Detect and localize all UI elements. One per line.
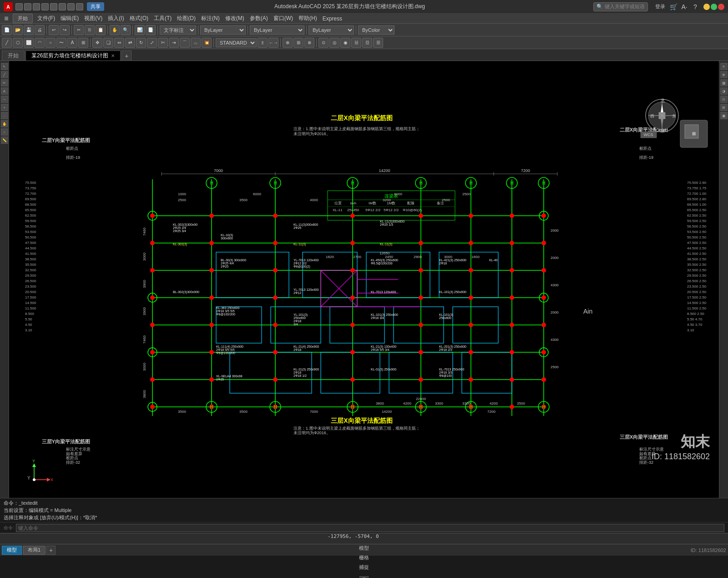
toolbar-mini-btn[interactable] [50,3,57,10]
draw-hatch[interactable]: ⊞ [78,38,88,48]
toolbar-mini-btn[interactable] [76,3,83,10]
tool-dim[interactable]: ↔ [1,96,8,103]
tool-measure[interactable]: 📏 [1,137,8,144]
pan-button[interactable]: ✋ [110,25,120,35]
misc-btn5[interactable]: ☲ [362,38,372,48]
tool-orbit[interactable]: ○ [1,128,8,136]
login-button[interactable]: 登录 [652,2,669,11]
tool-zoom-in[interactable]: + [1,104,8,111]
status-indicator-1[interactable]: ⊞ [359,576,369,578]
menu-item-edit[interactable]: 编辑(E) [58,14,81,23]
redo-button[interactable]: ↪ [60,25,70,35]
linetype-dropdown[interactable]: ByLayer [250,25,304,35]
properties-button[interactable]: 📊 [135,25,145,35]
maximize-button[interactable] [711,4,717,10]
layers-button[interactable]: 📑 [146,25,156,35]
menu-item-modify[interactable]: 修改(M) [222,14,247,23]
add-layout-button[interactable]: + [46,546,56,555]
canvas-area[interactable]: www.znzmo.com 知天网www.znzmo.com 知天网www.zn… [9,61,719,498]
model-label[interactable]: 模型 [357,545,371,552]
toolbar-mini-btn[interactable] [33,3,40,10]
open-button[interactable]: 📂 [13,25,23,35]
right-tool-1[interactable]: ≡ [720,63,728,70]
menu-item-format[interactable]: 格式(O) [127,14,151,23]
model-tab-model[interactable]: 模型 [2,546,22,555]
right-tool-3[interactable]: ▦ [720,79,728,86]
snap-btn[interactable]: ⊕ [283,38,293,48]
grid-label[interactable]: 栅格 [357,554,371,561]
annotation-btn2[interactable]: ←→ [268,38,278,48]
undo-button[interactable]: ↩ [49,25,59,35]
toolbar-mini-btn[interactable] [67,3,75,10]
new-button[interactable]: 📄 [2,25,12,35]
menu-item-param[interactable]: 参数(A) [247,14,271,23]
modify-rotate[interactable]: ↻ [136,38,146,48]
right-tool-2[interactable]: ⊕ [720,71,728,78]
right-tool-6[interactable]: ⊞ [720,104,728,111]
misc-btn4[interactable]: ☱ [351,38,361,48]
tab-start[interactable]: 开始 [2,51,25,61]
share-button[interactable]: 共享 [87,2,104,11]
search-box[interactable]: 🔍 键入关键字或短语 [593,2,648,11]
modify-move[interactable]: ✥ [92,38,102,48]
misc-btn1[interactable]: ⊙ [318,38,329,48]
copy-button[interactable]: ⎘ [85,25,95,35]
cart-icon[interactable]: 🛒 [669,2,678,11]
modify-offset[interactable]: ⇄ [125,38,135,48]
menu-item-draw[interactable]: 绘图(D) [174,14,198,23]
menu-item-view[interactable]: 视图(V) [81,14,105,23]
menu-item-file[interactable]: 文件(F) [35,14,58,23]
settings-icon[interactable]: A· [680,2,689,11]
menu-item-help[interactable]: 帮助(H) [296,14,320,23]
menu-item-tools[interactable]: 工具(T) [151,14,174,23]
snap-label[interactable]: 捕捉 [357,564,371,571]
help-icon[interactable]: ? [691,2,700,11]
menu-item-insert[interactable]: 插入(I) [105,14,126,23]
paste-button[interactable]: 📋 [96,25,106,35]
otrack-btn[interactable]: ⊗ [304,38,314,48]
right-tool-5[interactable]: ⊙ [720,96,728,103]
misc-btn6[interactable]: ☰ [373,38,383,48]
text-style-dropdown[interactable]: 文字标注 [160,25,196,35]
menu-hamburger[interactable]: ≡ [2,14,11,23]
close-button[interactable] [718,4,724,10]
tab-add[interactable]: + [121,51,131,61]
modify-copy[interactable]: ❏ [103,38,113,48]
modify-mirror[interactable]: ⇔ [114,38,124,48]
toolbar-mini-btn[interactable] [15,3,23,10]
misc-btn3[interactable]: ◉ [340,38,350,48]
zoom-button[interactable]: 🔍 [121,25,131,35]
tab-close[interactable]: ✕ [111,53,115,58]
print-button[interactable]: 🖨 [35,25,45,35]
style-dropdown[interactable]: STANDARD [216,38,257,47]
tool-draw[interactable]: ✏ [1,79,8,86]
layer-dropdown[interactable]: ByLayer [200,25,246,35]
draw-text[interactable]: A [67,38,77,48]
misc-btn2[interactable]: ◎ [329,38,339,48]
modify-fillet[interactable]: ⌒ [180,38,190,48]
color-dropdown[interactable]: ByColor [358,25,394,35]
modify-explode[interactable]: 💥 [202,38,212,48]
tool-pan[interactable]: ✋ [1,120,8,127]
right-tool-7[interactable]: ▣ [720,112,728,119]
osnap-btn[interactable]: ⊞ [293,38,303,48]
toolbar-mini-btn[interactable] [41,3,49,10]
tool-text[interactable]: A [1,87,8,95]
model-tab-layout1[interactable]: 布局1 [23,546,46,555]
lineweight-dropdown[interactable]: ByLayer [308,25,354,35]
draw-poly[interactable]: ⬡ [13,38,23,48]
draw-rect[interactable]: ⬜ [24,38,34,48]
menu-item-window[interactable]: 窗口(W) [271,14,296,23]
modify-scale[interactable]: ⤢ [147,38,157,48]
draw-line[interactable]: ╱ [2,38,12,48]
toolbar-mini-btn[interactable] [59,3,66,10]
modify-extend[interactable]: ⇥ [169,38,179,48]
draw-spline[interactable]: 〜 [56,38,66,48]
annotation-btns[interactable]: ± [258,38,268,48]
command-input[interactable] [16,524,724,532]
tab-drawing[interactable]: 某26层剪力墙住宅楼结构设计图 ✕ [25,51,121,61]
tool-zoom-out[interactable]: - [1,112,8,119]
cut-button[interactable]: ✂ [74,25,84,35]
draw-arc[interactable]: ◠ [35,38,45,48]
menu-item-express[interactable]: Express [320,15,345,23]
